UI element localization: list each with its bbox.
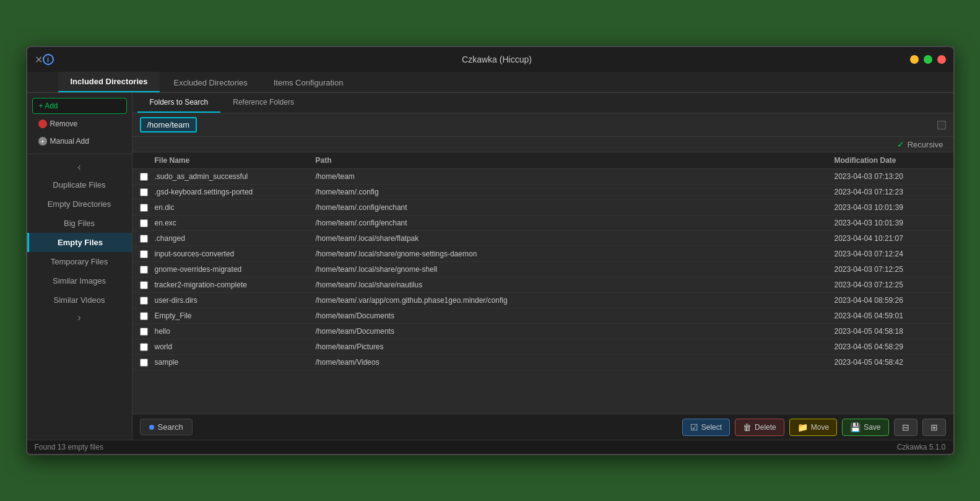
column-mod-date: Modification Date [835, 156, 946, 165]
row-checkbox[interactable] [140, 343, 148, 351]
sidebar-item-duplicate-files[interactable]: Duplicate Files [27, 175, 132, 194]
chevron-down-icon[interactable]: › [27, 310, 132, 326]
table-row[interactable]: en.exc /home/team/.config/enchant 2023-0… [132, 216, 953, 231]
recursive-row: ✓ Recursive [132, 137, 953, 152]
row-filename: .sudo_as_admin_successful [155, 172, 316, 181]
add-button[interactable]: + Add [32, 98, 127, 114]
row-path: /home/team/.var/app/com.github.phase1geo… [316, 296, 835, 305]
status-text-right: Czkawka 5.1.0 [897, 443, 946, 451]
sidebar-item-empty-directories[interactable]: Empty Directories [27, 194, 132, 214]
tab-items-configuration[interactable]: Items Configuration [261, 73, 356, 92]
row-filename: Empty_File [155, 311, 316, 320]
row-date: 2023-04-03 07:13:20 [835, 172, 946, 181]
sub-tab-reference-folders[interactable]: Reference Folders [220, 93, 306, 113]
table-row[interactable]: input-sources-converted /home/team/.loca… [132, 246, 953, 262]
table-row[interactable]: world /home/team/Pictures 2023-04-05 04:… [132, 339, 953, 355]
table-row[interactable]: .sudo_as_admin_successful /home/team 202… [132, 169, 953, 185]
manual-add-icon: + [38, 137, 47, 146]
folder-checkbox[interactable] [937, 121, 946, 129]
row-checkbox[interactable] [140, 328, 148, 336]
delete-button[interactable]: 🗑 Delete [735, 419, 784, 436]
extra-button-1[interactable]: ⊟ [894, 419, 917, 436]
info-icon[interactable]: i [43, 54, 54, 65]
window-title: Czkawka (Hiccup) [84, 54, 910, 64]
row-date: 2023-04-03 07:12:25 [835, 265, 946, 274]
row-filename: gnome-overrides-migrated [155, 265, 316, 274]
delete-icon: 🗑 [743, 422, 752, 432]
table-row[interactable]: en.dic /home/team/.config/enchant 2023-0… [132, 200, 953, 216]
checkmark-icon: ✓ [897, 139, 904, 149]
table-row[interactable]: sample /home/team/Videos 2023-04-05 04:5… [132, 355, 953, 370]
table-row[interactable]: .gsd-keyboard.settings-ported /home/team… [132, 185, 953, 200]
status-text-left: Found 13 empty files [35, 443, 103, 451]
row-checkbox[interactable] [140, 235, 148, 243]
row-path: /home/team/.local/share/flatpak [316, 234, 835, 243]
row-checkbox[interactable] [140, 359, 148, 367]
sidebar-item-similar-images[interactable]: Similar Images [27, 271, 132, 290]
maximize-button[interactable] [924, 55, 932, 64]
row-checkbox[interactable] [140, 297, 148, 305]
bottom-actions: ☑ Select 🗑 Delete 📁 Move 💾 Save [682, 419, 946, 436]
row-checkbox[interactable] [140, 188, 148, 196]
row-path: /home/team/Videos [316, 358, 835, 367]
tab-included-directories[interactable]: Included Directories [58, 72, 160, 92]
row-path: /home/team/.local/share/gnome-shell [316, 265, 835, 274]
tab-excluded-directories[interactable]: Excluded Directories [161, 73, 259, 92]
titlebar-left: ✕ i [35, 54, 84, 66]
minimize-button[interactable] [910, 55, 919, 64]
extra-icon-2: ⊞ [930, 422, 938, 432]
row-date: 2023-04-03 10:01:39 [835, 219, 946, 227]
table-row[interactable]: hello /home/team/Documents 2023-04-05 04… [132, 324, 953, 339]
row-checkbox[interactable] [140, 204, 148, 212]
remove-button[interactable]: Remove [32, 116, 127, 131]
chevron-up-icon[interactable]: ‹ [27, 159, 132, 175]
window-controls [910, 55, 946, 64]
row-filename: user-dirs.dirs [155, 296, 316, 305]
main-window: ✕ i Czkawka (Hiccup) Included Directorie… [26, 46, 955, 455]
row-path: /home/team/Pictures [316, 342, 835, 351]
table-row[interactable]: gnome-overrides-migrated /home/team/.loc… [132, 262, 953, 277]
row-filename: en.exc [155, 219, 316, 227]
close-x-button[interactable]: ✕ [35, 54, 43, 66]
select-icon: ☑ [690, 422, 698, 432]
table-row[interactable]: user-dirs.dirs /home/team/.var/app/com.g… [132, 293, 953, 308]
row-date: 2023-04-04 10:21:07 [835, 234, 946, 243]
extra-icon-1: ⊟ [902, 422, 909, 432]
folder-chip[interactable]: /home/team [140, 117, 197, 133]
row-checkbox[interactable] [140, 250, 148, 258]
table-row[interactable]: Empty_File /home/team/Documents 2023-04-… [132, 308, 953, 324]
table-row[interactable]: .changed /home/team/.local/share/flatpak… [132, 231, 953, 246]
folder-chips-row: /home/team [132, 113, 953, 137]
sidebar-item-empty-files[interactable]: Empty Files [27, 233, 132, 252]
row-checkbox[interactable] [140, 312, 148, 320]
sidebar-nav: ‹ Duplicate Files Empty Directories Big … [27, 154, 132, 440]
row-path: /home/team [316, 172, 835, 181]
row-date: 2023-04-05 04:59:01 [835, 311, 946, 320]
remove-icon [38, 120, 47, 128]
row-path: /home/team/Documents [316, 327, 835, 336]
table-row[interactable]: tracker2-migration-complete /home/team/.… [132, 277, 953, 293]
sidebar-item-temporary-files[interactable]: Temporary Files [27, 252, 132, 271]
row-path: /home/team/.config [316, 188, 835, 196]
row-date: 2023-04-04 08:59:26 [835, 296, 946, 305]
titlebar: ✕ i Czkawka (Hiccup) [27, 47, 953, 72]
sidebar: + Add Remove + Manual Add ‹ Duplicate Fi… [27, 93, 132, 440]
row-checkbox[interactable] [140, 266, 148, 274]
row-checkbox[interactable] [140, 173, 148, 181]
row-checkbox[interactable] [140, 281, 148, 289]
row-date: 2023-04-05 04:58:29 [835, 342, 946, 351]
select-button[interactable]: ☑ Select [682, 419, 730, 436]
row-path: /home/team/.config/enchant [316, 219, 835, 227]
row-path: /home/team/.local/share/nautilus [316, 281, 835, 289]
sidebar-item-big-files[interactable]: Big Files [27, 214, 132, 233]
close-button[interactable] [937, 55, 946, 64]
manual-add-button[interactable]: + Manual Add [32, 134, 127, 149]
move-button[interactable]: 📁 Move [789, 419, 837, 436]
move-icon: 📁 [797, 422, 808, 432]
sub-tab-folders-to-search[interactable]: Folders to Search [137, 93, 221, 113]
sidebar-item-similar-videos[interactable]: Similar Videos [27, 290, 132, 310]
save-button[interactable]: 💾 Save [842, 419, 888, 436]
row-checkbox[interactable] [140, 219, 148, 227]
search-button[interactable]: Search [140, 419, 193, 435]
extra-button-2[interactable]: ⊞ [922, 419, 946, 436]
